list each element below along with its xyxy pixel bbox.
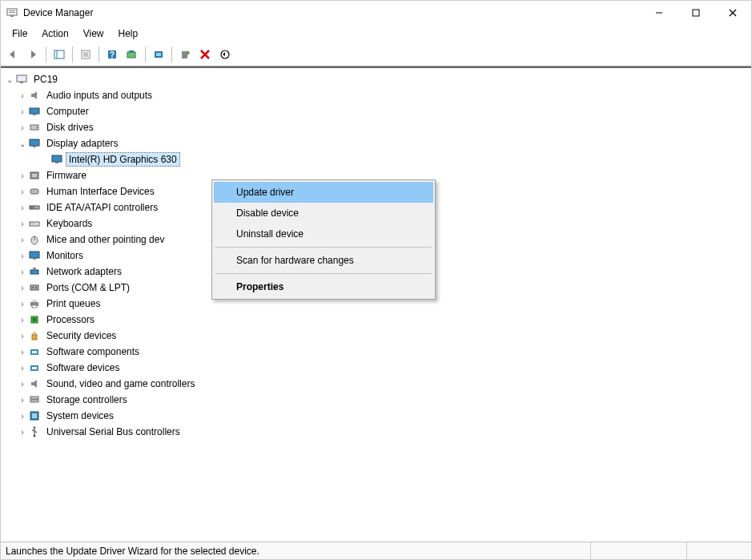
tree-item[interactable]: ›Sound, video and game controllers [4, 376, 751, 392]
expander-collapsed-icon[interactable]: › [17, 107, 28, 116]
audio-icon [28, 89, 41, 102]
tree-root[interactable]: ⌄ PC19 [4, 71, 751, 87]
expander-collapsed-icon[interactable]: › [17, 268, 28, 276]
context-menu-separator [215, 273, 432, 274]
show-hide-tree-button[interactable] [50, 46, 68, 63]
toolbar-separator [46, 46, 46, 62]
menubar: File Action View Help [1, 25, 751, 42]
tree-item[interactable]: ›Universal Serial Bus controllers [4, 424, 751, 440]
expander-collapsed-icon[interactable]: › [17, 171, 28, 180]
window-title: Device Manager [23, 7, 93, 18]
expander-collapsed-icon[interactable]: › [17, 187, 28, 196]
expander-collapsed-icon[interactable]: › [17, 236, 28, 244]
tree-item[interactable]: Intel(R) HD Graphics 630 [4, 151, 751, 167]
tree-item[interactable]: ›Security devices [4, 328, 751, 344]
tree-item-label: Processors [44, 313, 97, 326]
expander-icon[interactable]: ⌄ [4, 75, 15, 84]
enable-device-button[interactable] [176, 46, 194, 63]
svg-rect-33 [52, 155, 62, 162]
firmware-icon [28, 169, 41, 182]
svg-rect-1 [9, 10, 15, 11]
menu-action[interactable]: Action [35, 26, 74, 41]
expander-collapsed-icon[interactable]: › [17, 203, 28, 212]
tree-item-label: Firmware [44, 169, 89, 182]
maximize-button[interactable] [678, 1, 714, 25]
tree-item[interactable]: ⌄Display adapters [4, 135, 751, 151]
uninstall-device-button[interactable] [196, 46, 214, 63]
svg-point-70 [34, 435, 36, 437]
audio-icon [28, 377, 41, 390]
context-menu-item[interactable]: Scan for hardware changes [214, 250, 433, 271]
svg-rect-49 [33, 258, 36, 260]
tree-item[interactable]: ›Disk drives [4, 119, 751, 135]
tree-item[interactable]: ›Software devices [4, 360, 751, 376]
tree-item[interactable]: ›Audio inputs and outputs [4, 87, 751, 103]
expander-collapsed-icon[interactable]: › [17, 332, 28, 340]
svg-point-44 [33, 224, 34, 224]
menu-view[interactable]: View [77, 26, 111, 41]
back-button[interactable] [4, 46, 22, 63]
tree-item-label: Security devices [44, 329, 119, 342]
expander-collapsed-icon[interactable]: › [17, 412, 28, 421]
tree-item-label: Human Interface Devices [44, 185, 157, 198]
toolbar-separator [72, 46, 73, 62]
expander-collapsed-icon[interactable]: › [17, 252, 28, 260]
expander-collapsed-icon[interactable]: › [17, 300, 28, 308]
svg-rect-66 [30, 397, 38, 399]
help-button[interactable]: ? [103, 46, 121, 63]
svg-rect-51 [33, 268, 36, 270]
forward-button[interactable] [24, 46, 42, 63]
expander-collapsed-icon[interactable]: › [17, 316, 28, 324]
expander-expanded-icon[interactable]: ⌄ [17, 139, 28, 148]
expander-collapsed-icon[interactable]: › [17, 396, 28, 405]
ide-icon [28, 201, 41, 214]
svg-rect-37 [30, 189, 38, 194]
scan-for-changes-button[interactable] [216, 46, 234, 63]
tree-item-label: Computer [44, 105, 91, 118]
context-menu-item[interactable]: Uninstall device [214, 224, 433, 244]
svg-rect-48 [30, 252, 39, 258]
context-menu-item[interactable]: Update driver [214, 182, 433, 203]
software-icon [28, 361, 41, 374]
expander-collapsed-icon[interactable]: › [17, 364, 28, 373]
statusbar: Launches the Update Driver Wizard for th… [1, 542, 751, 559]
svg-rect-62 [32, 351, 37, 353]
expander-collapsed-icon[interactable]: › [17, 123, 28, 132]
storage-icon [28, 393, 41, 406]
expander-collapsed-icon[interactable]: › [17, 284, 28, 292]
expander-collapsed-icon[interactable]: › [17, 380, 28, 389]
tree-item[interactable]: ›System devices [4, 408, 751, 424]
device-tree[interactable]: ⌄ PC19 ›Audio inputs and outputs›Compute… [1, 66, 751, 542]
svg-rect-2 [9, 12, 15, 13]
expander-collapsed-icon[interactable]: › [17, 348, 28, 357]
svg-rect-24 [17, 75, 26, 82]
menu-help[interactable]: Help [112, 26, 145, 41]
tree-item[interactable]: ›Storage controllers [4, 392, 751, 408]
expander-collapsed-icon[interactable]: › [17, 428, 28, 437]
tree-item[interactable]: ›Computer [4, 103, 751, 119]
tree-item-label: Intel(R) HD Graphics 630 [66, 153, 179, 166]
toolbar-separator [99, 46, 99, 62]
system-icon [28, 409, 41, 422]
close-button[interactable] [714, 1, 751, 25]
update-driver-button[interactable] [150, 46, 167, 63]
tree-item[interactable]: ›Processors [4, 312, 751, 328]
svg-point-54 [35, 287, 37, 288]
expander-collapsed-icon[interactable]: › [17, 220, 28, 228]
svg-rect-16 [127, 52, 135, 58]
tree-item-label: Display adapters [44, 137, 120, 150]
context-menu-item[interactable]: Properties [214, 276, 433, 297]
properties-button[interactable] [77, 46, 95, 63]
minimize-button[interactable] [641, 1, 678, 25]
svg-rect-25 [20, 82, 23, 83]
tree-item[interactable]: ›Software components [4, 344, 751, 360]
svg-rect-50 [30, 270, 38, 274]
scan-hardware-button[interactable] [123, 46, 141, 63]
context-menu-item[interactable]: Disable device [214, 203, 433, 224]
expander-collapsed-icon[interactable]: › [17, 91, 28, 100]
tree-root-label: PC19 [31, 73, 60, 86]
svg-rect-27 [30, 108, 39, 114]
svg-rect-32 [33, 146, 36, 147]
menu-file[interactable]: File [6, 26, 34, 41]
tree-item-label: Storage controllers [44, 393, 130, 406]
